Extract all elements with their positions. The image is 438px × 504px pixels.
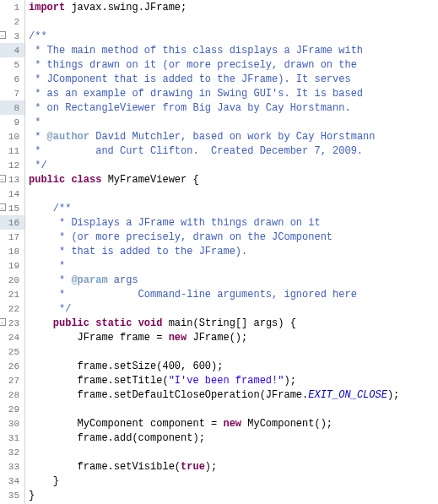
line-number-text: 15 (8, 203, 19, 214)
line-number-text: 18 (8, 247, 19, 257)
fold-toggle-icon[interactable]: - (0, 203, 6, 211)
code-area[interactable]: import javax.swing.JFrame;/** * The main… (25, 0, 438, 504)
code-token: * and Curt Clifton. Created December 7, … (29, 145, 363, 157)
line-number-text: 17 (8, 232, 19, 242)
code-token: /** (29, 203, 71, 214)
code-token: @param (71, 274, 107, 286)
line-number-text: 24 (8, 333, 19, 343)
fold-toggle-icon[interactable]: - (0, 31, 6, 39)
code-line[interactable]: public static void main(String[] args) { (29, 316, 438, 330)
code-token: } (29, 490, 35, 501)
code-token: frame.setTitle( (29, 375, 169, 387)
code-line[interactable]: * @author David Mutchler, based on work … (29, 129, 438, 144)
line-number: 4 (0, 43, 24, 57)
code-line[interactable]: * (29, 115, 438, 129)
code-token: new (223, 418, 241, 430)
code-line[interactable]: * Command-line arguments, ignored here (29, 287, 438, 301)
code-line[interactable]: /** (29, 29, 438, 43)
code-token: } (29, 475, 59, 487)
code-line[interactable]: * and Curt Clifton. Created December 7, … (29, 144, 438, 158)
code-line[interactable]: JFrame frame = new JFrame(); (29, 330, 438, 344)
code-line[interactable]: * The main method of this class displays… (29, 43, 438, 57)
code-token: * things drawn on it (or more precisely,… (29, 59, 357, 71)
code-line[interactable]: frame.setTitle("I've been framed!"); (29, 373, 438, 387)
line-number: 14 (0, 187, 24, 201)
code-token: "I've been framed!" (169, 375, 284, 387)
line-number: 12 (0, 158, 24, 172)
line-number-text: 4 (14, 46, 19, 56)
line-number-text: 26 (8, 361, 19, 371)
line-number: 10 (0, 129, 24, 144)
code-token: frame.setDefaultCloseOperation(JFrame. (29, 389, 308, 401)
line-number-text: 9 (14, 117, 19, 127)
code-line[interactable]: */ (29, 158, 438, 172)
code-line[interactable]: * (29, 258, 438, 273)
line-number: 22 (0, 301, 24, 316)
line-number: 5 (0, 57, 24, 72)
code-line[interactable] (29, 445, 438, 459)
line-number: 24 (0, 330, 24, 344)
code-token: frame.setVisible( (29, 461, 181, 473)
code-line[interactable]: * on RectangleViewer from Big Java by Ca… (29, 100, 438, 115)
code-token: * The main method of this class displays… (29, 45, 363, 57)
line-number-text: 33 (8, 462, 19, 472)
code-line[interactable]: * JComponent that is added to the JFrame… (29, 72, 438, 86)
line-number: 33 (0, 459, 24, 474)
code-token: true (181, 461, 205, 473)
line-number-text: 1 (14, 3, 19, 13)
line-number: 13- (0, 172, 24, 187)
code-line[interactable]: * that is added to the JFrame). (29, 244, 438, 258)
code-token: /** (29, 30, 47, 42)
code-line[interactable]: * (or more precisely, drawn on the JComp… (29, 230, 438, 244)
code-token: * JComponent that is added to the JFrame… (29, 73, 351, 85)
line-number: 1 (0, 0, 24, 14)
line-number-text: 22 (8, 304, 19, 314)
line-number: 9 (0, 115, 24, 129)
fold-toggle-icon[interactable]: - (0, 175, 6, 182)
line-number-text: 29 (8, 404, 19, 415)
code-line[interactable]: frame.setVisible(true); (29, 459, 438, 474)
line-number: 16 (0, 215, 24, 230)
code-token: ); (284, 375, 295, 387)
code-line[interactable]: } (29, 474, 438, 488)
code-line[interactable]: } (29, 488, 438, 502)
code-token: JFrame(); (187, 332, 247, 344)
line-number: 35 (0, 488, 24, 502)
code-token (89, 317, 95, 329)
code-line[interactable] (29, 344, 438, 359)
line-number: 27 (0, 373, 24, 387)
code-line[interactable]: MyComponent component = new MyComponent(… (29, 416, 438, 431)
line-number: 23- (0, 316, 24, 330)
code-token: class (71, 174, 101, 186)
line-number-text: 3 (14, 31, 19, 41)
line-number-text: 7 (14, 89, 19, 99)
fold-toggle-icon[interactable]: - (0, 318, 6, 326)
line-number-text: 10 (8, 132, 19, 142)
code-line[interactable]: /** (29, 201, 438, 215)
code-line[interactable] (29, 14, 438, 29)
code-token: void (138, 317, 163, 329)
code-line[interactable]: frame.add(component); (29, 431, 438, 445)
code-token: public (29, 174, 65, 186)
code-line[interactable]: public class MyFrameViewer { (29, 172, 438, 187)
code-line[interactable]: frame.setDefaultCloseOperation(JFrame.EX… (29, 387, 438, 402)
code-line[interactable]: frame.setSize(400, 600); (29, 359, 438, 373)
code-token: JFrame frame = (29, 332, 169, 344)
code-line[interactable]: * as an example of drawing in Swing GUI'… (29, 86, 438, 100)
line-number: 31 (0, 431, 24, 445)
code-line[interactable]: import javax.swing.JFrame; (29, 0, 438, 14)
code-token: * (29, 117, 41, 128)
code-line[interactable]: * @param args (29, 273, 438, 287)
line-number-text: 11 (8, 146, 19, 156)
code-line[interactable]: */ (29, 301, 438, 316)
code-token: new (169, 332, 187, 344)
code-line[interactable] (29, 402, 438, 416)
code-line[interactable]: * things drawn on it (or more precisely,… (29, 57, 438, 72)
line-number-text: 28 (8, 390, 19, 400)
code-line[interactable] (29, 187, 438, 201)
line-number: 20 (0, 273, 24, 287)
code-token: main(String[] args) { (162, 317, 295, 329)
line-number-text: 12 (8, 160, 19, 171)
code-line[interactable]: * Displays a JFrame with things drawn on… (29, 215, 438, 230)
code-editor[interactable]: 123-45678910111213-1415-1617181920212223… (0, 0, 438, 504)
